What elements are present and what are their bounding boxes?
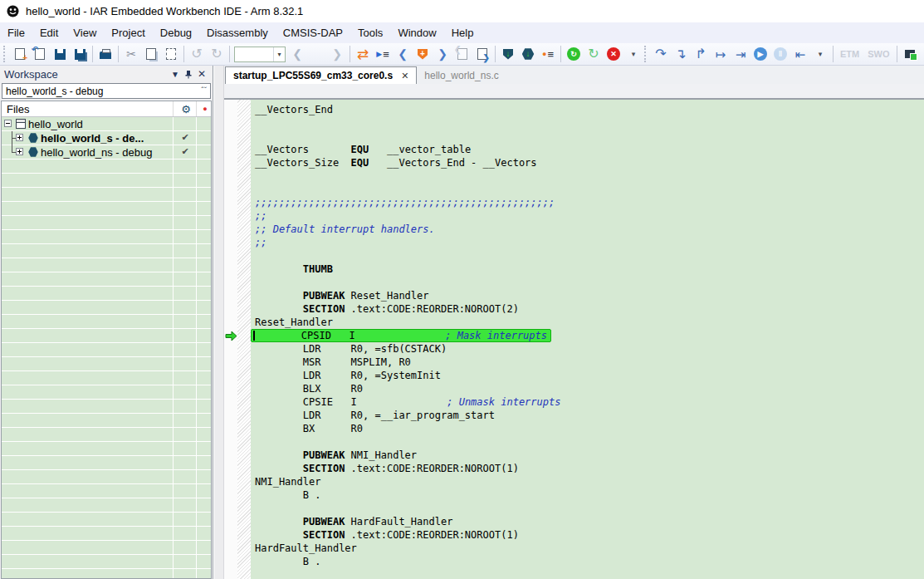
print-button[interactable]: [95, 45, 115, 63]
reset-target-button[interactable]: ↻: [564, 45, 584, 63]
toolbar-separator: [229, 46, 230, 62]
menu-item-project[interactable]: Project: [104, 22, 152, 43]
swo-button[interactable]: SWO: [863, 45, 893, 63]
toolbar-overflow-button[interactable]: ▾: [623, 45, 643, 63]
menu-item-debug[interactable]: Debug: [153, 22, 199, 43]
find-next-button[interactable]: ❯: [327, 45, 347, 63]
save-button[interactable]: [50, 45, 70, 63]
tab-startup-lpc55s69-cm33-core0-s[interactable]: startup_LPC55S69_cm33_core0.s✕: [225, 66, 417, 84]
toolbar-grip: [644, 46, 648, 62]
code-line: MSR MSPLIM, R0: [255, 356, 924, 369]
download-and-debug-button[interactable]: ↓: [518, 45, 538, 63]
find-button[interactable]: [307, 45, 327, 63]
breakpoint-gutter[interactable]: [237, 100, 251, 579]
undo-button[interactable]: ↺: [187, 45, 207, 63]
toggle-bookmark-icon: +: [418, 49, 428, 60]
stop-debugging-button[interactable]: ✕: [604, 45, 623, 63]
save-all-button[interactable]: [70, 45, 90, 63]
tree-row[interactable]: hello_world_ns - debug✔: [2, 145, 211, 159]
tree-empty-row: [2, 541, 211, 555]
find-previous-button[interactable]: ❮: [287, 45, 307, 63]
paste-button[interactable]: [161, 45, 181, 63]
open-file-button[interactable]: ↶: [30, 45, 50, 63]
find-combobox[interactable]: ▾: [234, 47, 286, 62]
printer-icon: [100, 52, 111, 59]
tab-label: hello_world_ns.c: [424, 70, 498, 81]
copy-button[interactable]: [141, 45, 161, 63]
gear-icon[interactable]: ⚙: [176, 103, 196, 115]
menu-item-disassembly[interactable]: Disassembly: [199, 22, 276, 43]
code-editor[interactable]: __Vectors_End__Vectors EQU __vector_tabl…: [251, 100, 924, 579]
tree-row[interactable]: hello_world_s - de...✔: [2, 131, 211, 145]
menu-item-file[interactable]: File: [0, 22, 32, 43]
tree-empty-row: [2, 442, 211, 456]
stop-debug-session-button[interactable]: ⇤: [790, 45, 810, 63]
chevron-down-icon: ˆˇ: [201, 86, 210, 96]
step-into-button[interactable]: ↦: [711, 45, 731, 63]
bullet-glyph: ●: [542, 51, 546, 58]
workspace-title: Workspace: [4, 68, 58, 81]
breakpoint-dot-icon[interactable]: ●: [198, 105, 212, 113]
go-button[interactable]: ▶: [750, 45, 770, 63]
debug-reset-icon: ↷: [655, 47, 666, 61]
code-line: SECTION .text:CODE:REORDER:NOROOT(1): [255, 528, 924, 542]
menu-item-view[interactable]: View: [66, 22, 104, 43]
toolbar-separator: [350, 46, 350, 62]
download-and-debug-icon: ↓: [522, 48, 535, 60]
code-line: [255, 169, 924, 183]
tree-empty-row: [2, 244, 211, 258]
disassembly-window-button[interactable]: ●≡: [538, 45, 558, 63]
tab-hello-world-ns-c[interactable]: hello_world_ns.c: [417, 66, 506, 84]
menu-item-cmsis-dap[interactable]: CMSIS-DAP: [276, 22, 350, 43]
pin-icon[interactable]: [182, 67, 195, 81]
panel-splitter[interactable]: [214, 66, 224, 579]
download-button[interactable]: ↓: [498, 45, 518, 63]
run-to-cursor-button[interactable]: ⇥: [731, 45, 750, 63]
configuration-selector[interactable]: hello_world_s - debug ˆˇ: [2, 83, 211, 99]
expand-icon[interactable]: [16, 134, 23, 141]
collapse-icon[interactable]: [4, 120, 12, 127]
menu-item-edit[interactable]: Edit: [32, 22, 66, 43]
refresh-button[interactable]: ↻: [584, 45, 604, 63]
panel-menu-icon[interactable]: ▼: [169, 67, 182, 81]
menu-item-tools[interactable]: Tools: [350, 22, 390, 43]
files-header-row[interactable]: Files ⚙ ●: [2, 101, 211, 117]
code-line: B .: [255, 555, 924, 568]
tree-empty-row: [2, 258, 211, 272]
find-previous-icon: ❮: [292, 48, 302, 60]
tree-empty-row: [2, 371, 211, 385]
debug-reset-button[interactable]: ↷: [651, 45, 671, 63]
cut-button[interactable]: ✂: [121, 45, 141, 63]
code-line: Reset_Handler: [255, 316, 924, 329]
tree-row[interactable]: hello_world: [2, 117, 211, 131]
step-over-button[interactable]: ↴: [671, 45, 691, 63]
toggle-source-browser-button[interactable]: ⇄: [353, 45, 373, 63]
navigate-forward-button[interactable]: ❯: [472, 45, 492, 63]
etm-button[interactable]: ETM: [836, 45, 863, 63]
tree-empty-row: [2, 272, 211, 287]
files-header-label: Files: [7, 103, 29, 115]
new-document-button[interactable]: +: [10, 45, 30, 63]
tree-empty-row: [2, 357, 211, 371]
goto-function-button[interactable]: ▶≡: [373, 45, 393, 63]
expand-icon[interactable]: [16, 148, 23, 155]
previous-bookmark-button[interactable]: ❮: [393, 45, 413, 63]
menu-item-window[interactable]: Window: [390, 22, 443, 43]
navigate-backward-button[interactable]: ❮: [452, 45, 472, 63]
tree-empty-row: [2, 498, 211, 513]
debug-overflow-button[interactable]: ▾: [810, 45, 830, 63]
tree-empty-row: [2, 555, 211, 569]
break-button[interactable]: ‖: [770, 45, 790, 63]
power-log-button[interactable]: [900, 45, 920, 63]
code-line: PUBWEAK HardFault_Handler: [255, 515, 924, 528]
next-bookmark-button[interactable]: ❯: [433, 45, 452, 63]
tree-empty-row: [2, 527, 211, 541]
redo-button[interactable]: ↻: [207, 45, 227, 63]
step-out-button[interactable]: ↱: [691, 45, 711, 63]
navigate-backward-icon: ❮: [457, 48, 467, 60]
menu-item-help[interactable]: Help: [444, 22, 482, 43]
overlay-glyph: ↶: [32, 46, 38, 54]
tab-close-icon[interactable]: ✕: [401, 71, 408, 81]
close-icon[interactable]: ✕: [195, 67, 208, 81]
toggle-bookmark-button[interactable]: +: [413, 45, 433, 63]
